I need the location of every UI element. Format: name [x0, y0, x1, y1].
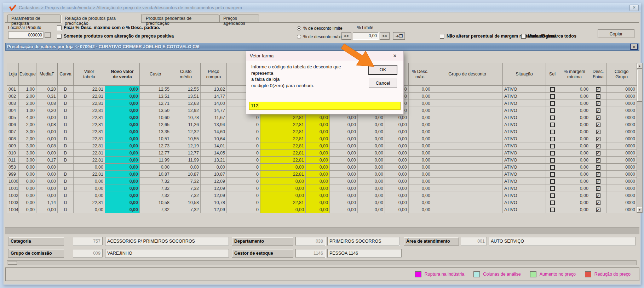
cell-codigo-grupo[interactable]: 0000: [606, 114, 637, 121]
cell-grupo-desconto[interactable]: [432, 128, 503, 135]
cell-desc-max[interactable]: 0,00: [409, 128, 432, 135]
cell-hidden-2[interactable]: 0,00: [260, 206, 306, 213]
cell-custo-medio[interactable]: 12,77: [171, 149, 201, 157]
cell-situacao[interactable]: ATIVO: [503, 86, 546, 93]
cell-desc-max[interactable]: 0,00: [409, 149, 432, 157]
cell-grupo-desconto[interactable]: [432, 100, 503, 107]
cell-hidden-5[interactable]: 0,00: [358, 149, 385, 157]
cell-desc-max[interactable]: 0,00: [409, 86, 432, 93]
cell-custo[interactable]: 7,32: [140, 192, 171, 199]
cell-hidden-6[interactable]: 0,00: [385, 192, 409, 199]
desc-faixa-checkbox[interactable]: ✓: [596, 158, 600, 163]
cell-curva[interactable]: D: [58, 192, 74, 199]
desc-faixa-checkbox[interactable]: ✓: [596, 172, 600, 177]
cell-situacao[interactable]: ATIVO: [503, 128, 546, 135]
cell-curva[interactable]: [58, 164, 74, 171]
cell-desc-faixa[interactable]: ✓: [590, 206, 606, 213]
cell-hidden-1[interactable]: 0: [227, 128, 260, 135]
cell-novo-valor-venda[interactable]: 0,00: [105, 185, 140, 192]
cell-hidden-5[interactable]: 0,00: [358, 135, 385, 142]
desc-faixa-checkbox[interactable]: ✓: [596, 115, 600, 120]
cell-codigo-grupo[interactable]: 0000: [606, 192, 637, 199]
cell-hidden-3[interactable]: 0,00: [306, 149, 330, 157]
cell-hidden-2[interactable]: 22,81: [260, 199, 306, 206]
cell-curva[interactable]: D: [58, 128, 74, 135]
cell-desc-max[interactable]: 0,00: [409, 107, 432, 114]
cell-hidden-4[interactable]: 0,00: [330, 142, 358, 149]
radio-unselected[interactable]: [297, 35, 301, 39]
cell-codigo-grupo[interactable]: 0000: [606, 135, 637, 142]
cell-mediaf[interactable]: 0,17: [36, 157, 58, 164]
cell-sel[interactable]: [546, 142, 559, 149]
cell-valor-tabela[interactable]: 0,00: [74, 178, 105, 185]
cell-custo[interactable]: 7,32: [140, 178, 171, 185]
cell-hidden-4[interactable]: 0,00: [330, 164, 358, 171]
localizar-produto-input[interactable]: [8, 32, 44, 39]
cell-preco-compra[interactable]: 12,09: [201, 185, 227, 192]
cell-grupo-desconto[interactable]: [432, 157, 503, 164]
cell-loja[interactable]: 1001: [7, 185, 19, 192]
cell-hidden-3[interactable]: 0,00: [306, 121, 330, 128]
cell-situacao[interactable]: ATIVO: [503, 142, 546, 149]
cell-hidden-1[interactable]: 0: [227, 149, 260, 157]
cell-grupo-desconto[interactable]: [432, 171, 503, 178]
cell-hidden-6[interactable]: 0,00: [385, 121, 409, 128]
cell-desc-faixa[interactable]: ✓: [590, 93, 606, 100]
cell-hidden-5[interactable]: 0,00: [358, 206, 385, 213]
cell-desc-max[interactable]: 0,00: [409, 192, 432, 199]
cell-desc-max[interactable]: 0,00: [409, 100, 432, 107]
cell-estoque[interactable]: 0,00: [19, 192, 36, 199]
cell-hidden-5[interactable]: 0,00: [358, 164, 385, 171]
radio-selected[interactable]: [297, 26, 301, 30]
copiar-button[interactable]: Copiar: [598, 29, 634, 38]
cell-hidden-5[interactable]: 0,00: [358, 185, 385, 192]
desc-faixa-checkbox[interactable]: ✓: [596, 87, 600, 92]
cell-novo-valor-venda[interactable]: 0,00: [105, 93, 140, 100]
cell-desc-max[interactable]: 0,00: [409, 171, 432, 178]
sel-checkbox[interactable]: [550, 87, 555, 92]
ok-button[interactable]: OK: [369, 65, 397, 74]
cell-hidden-3[interactable]: 0,00: [306, 192, 330, 199]
cell-valor-tabela[interactable]: 22,81: [74, 107, 105, 114]
sel-checkbox[interactable]: [550, 151, 555, 156]
cell-grupo-desconto[interactable]: [432, 149, 503, 157]
cell-estoque[interactable]: 3,00: [19, 157, 36, 164]
cell-curva[interactable]: D: [58, 121, 74, 128]
departamento-code[interactable]: 038: [295, 237, 325, 245]
cell-hidden-5[interactable]: 0,00: [358, 121, 385, 128]
cell-margem-minima[interactable]: 0,00: [559, 157, 590, 164]
cell-hidden-3[interactable]: 0,00: [306, 114, 330, 121]
cell-valor-tabela[interactable]: 22,81: [74, 86, 105, 93]
cell-custo[interactable]: 13,51: [140, 93, 171, 100]
cell-novo-valor-venda[interactable]: 0,00: [105, 100, 140, 107]
cell-grupo-desconto[interactable]: [432, 206, 503, 213]
cell-mediaf[interactable]: 0,08: [36, 142, 58, 149]
cell-mediaf[interactable]: 0,00: [36, 149, 58, 157]
sel-checkbox[interactable]: [550, 165, 555, 170]
cell-preco-compra[interactable]: 10,78: [201, 199, 227, 206]
cell-estoque[interactable]: 0,00: [19, 199, 36, 206]
cell-hidden-1[interactable]: 0: [227, 157, 260, 164]
cell-valor-tabela[interactable]: 22,81: [74, 121, 105, 128]
cell-valor-tabela[interactable]: 22,81: [74, 171, 105, 178]
somente-positiva-checkbox[interactable]: Somente produtos com alteração de preços…: [57, 34, 174, 39]
cell-hidden-1[interactable]: 0: [227, 178, 260, 185]
cell-hidden-1[interactable]: 0: [227, 142, 260, 149]
cell-custo[interactable]: 10,51: [140, 135, 171, 142]
cell-desc-max[interactable]: 0,00: [409, 114, 432, 121]
desc-faixa-checkbox[interactable]: ✓: [596, 208, 600, 212]
cell-valor-tabela[interactable]: 0,00: [74, 164, 105, 171]
cell-margem-minima[interactable]: 0,00: [559, 185, 590, 192]
cell-hidden-5[interactable]: 0,00: [358, 192, 385, 199]
cell-sel[interactable]: [546, 164, 559, 171]
cell-desc-faixa[interactable]: ✓: [590, 192, 606, 199]
cell-desc-faixa[interactable]: ✓: [590, 142, 606, 149]
cell-novo-valor-venda[interactable]: 0,00: [105, 199, 140, 206]
cell-grupo-desconto[interactable]: [432, 192, 503, 199]
cell-margem-minima[interactable]: 0,00: [559, 164, 590, 171]
cell-preco-compra[interactable]: 14,05: [201, 149, 227, 157]
cell-margem-minima[interactable]: 0,00: [559, 86, 590, 93]
cell-hidden-3[interactable]: 0,00: [306, 178, 330, 185]
cell-preco-compra[interactable]: 13,94: [201, 121, 227, 128]
cell-valor-tabela[interactable]: 22,81: [74, 100, 105, 107]
